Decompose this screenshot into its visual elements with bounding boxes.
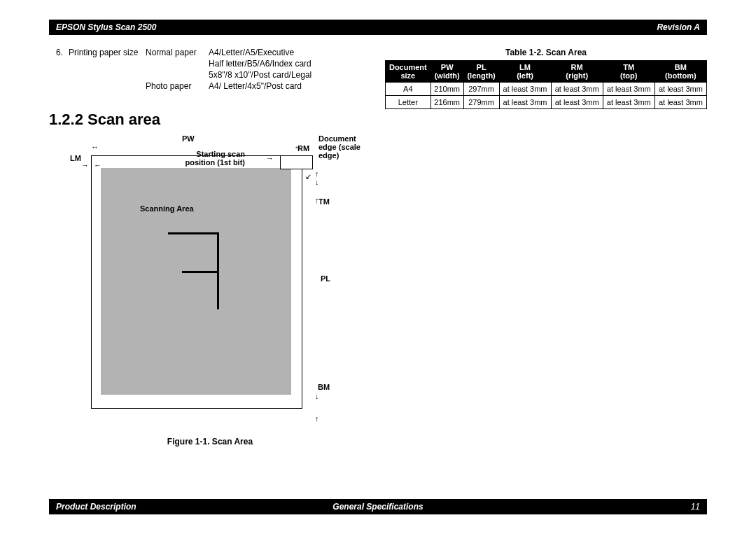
arrow-lm-icon: → bbox=[81, 161, 89, 169]
th-rm-l2: (right) bbox=[554, 71, 600, 80]
normal-paper-sizes-3: 5x8"/8 x10"/Post card/Legal bbox=[209, 70, 312, 80]
header-right: Revision A bbox=[657, 20, 700, 35]
page-content: 6. Printing paper size Normal paper A4/L… bbox=[0, 35, 756, 447]
th-pl-l1: PL bbox=[477, 63, 486, 71]
cell: at least 3mm bbox=[551, 83, 603, 96]
document-edge-box bbox=[280, 155, 313, 169]
label-pw: PW bbox=[182, 134, 195, 143]
cell: 279mm bbox=[463, 96, 499, 109]
paper-spec-block: 6. Printing paper size Normal paper A4/L… bbox=[49, 48, 371, 91]
cell: at least 3mm bbox=[603, 83, 654, 96]
th-bm-l1: BM bbox=[675, 63, 687, 71]
footer-bar: Product Description General Specificatio… bbox=[49, 499, 707, 514]
left-column: 6. Printing paper size Normal paper A4/L… bbox=[49, 48, 371, 447]
arrow-bm-up-icon: ↑ bbox=[315, 414, 319, 423]
th-docsize-l1: Document bbox=[389, 63, 427, 71]
cell: 216mm bbox=[430, 96, 463, 109]
arrow-right-icon: ↔ bbox=[294, 143, 302, 151]
label-start: Starting scan position (1st bit) bbox=[168, 150, 245, 167]
th-pw-l2: (width) bbox=[434, 71, 461, 80]
table-row: A4 210mm 297mm at least 3mm at least 3mm… bbox=[386, 83, 707, 96]
fiducial-mark-h1 bbox=[168, 232, 219, 234]
th-pl-l2: (length) bbox=[467, 71, 496, 80]
arrow-tm-down-icon: ↓ bbox=[315, 178, 319, 186]
footer-center: General Specifications bbox=[49, 499, 707, 514]
cell: at least 3mm bbox=[499, 83, 551, 96]
label-pl: PL bbox=[321, 274, 330, 283]
th-pw-l1: PW bbox=[441, 63, 454, 71]
arrow-tm-up-icon: ↑ bbox=[315, 196, 319, 204]
label-scanning-area: Scanning Area bbox=[140, 204, 194, 213]
figure-caption: Figure 1-1. Scan Area bbox=[49, 437, 371, 447]
th-tm-l2: (top) bbox=[606, 71, 652, 80]
right-column: Table 1-2. Scan Area Documentsize PW(wid… bbox=[371, 48, 707, 447]
section-heading: 1.2.2 Scan area bbox=[49, 111, 371, 129]
table-caption: Table 1-2. Scan Area bbox=[385, 48, 707, 57]
scan-area-diagram: PW LM Starting scan position (1st bit) R… bbox=[56, 134, 350, 428]
spec-number: 6. bbox=[49, 48, 69, 57]
arrow-left-icon: ↔ bbox=[91, 143, 99, 151]
th-lm-l1: LM bbox=[519, 63, 531, 71]
label-tm: TM bbox=[318, 197, 330, 206]
table-row: Letter 216mm 279mm at least 3mm at least… bbox=[386, 96, 707, 109]
cell: A4 bbox=[386, 83, 431, 96]
label-bm: BM bbox=[318, 383, 330, 391]
label-docedge: Document edge (scale edge) bbox=[318, 134, 368, 160]
cell: Letter bbox=[386, 96, 431, 109]
scan-area-table: Documentsize PW(width) PL(length) LM(lef… bbox=[385, 60, 707, 109]
th-docsize-l2: size bbox=[388, 71, 428, 80]
th-lm-l2: (left) bbox=[503, 71, 548, 80]
table-header-row: Documentsize PW(width) PL(length) LM(lef… bbox=[386, 61, 707, 83]
header-bar: EPSON Stylus Scan 2500 Revision A bbox=[49, 20, 707, 35]
arrow-pl-top-icon: ↑ bbox=[315, 169, 319, 178]
normal-paper-sizes-2: Half letter/B5/A6/Index card bbox=[209, 59, 312, 69]
th-tm-l1: TM bbox=[623, 63, 634, 71]
th-bm-l2: (bottom) bbox=[658, 71, 704, 80]
arrow-docedge-icon: ↙ bbox=[305, 172, 312, 181]
photo-paper-name: Photo paper bbox=[146, 81, 209, 91]
spec-label: Printing paper size bbox=[69, 48, 146, 57]
cell: 297mm bbox=[463, 83, 499, 96]
photo-paper-sizes: A4/ Letter/4x5"/Post card bbox=[209, 81, 302, 91]
cell: at least 3mm bbox=[603, 96, 654, 109]
normal-paper-name: Normal paper bbox=[146, 48, 209, 57]
th-rm-l1: RM bbox=[571, 63, 583, 71]
cell: at least 3mm bbox=[499, 96, 551, 109]
arrow-bm-down-icon: ↓ bbox=[315, 392, 319, 400]
fiducial-mark-h2 bbox=[182, 271, 219, 273]
scanning-area-box bbox=[101, 168, 291, 395]
header-left: EPSON Stylus Scan 2500 bbox=[56, 20, 156, 35]
normal-paper-sizes-1: A4/Letter/A5/Executive bbox=[209, 48, 294, 57]
cell: at least 3mm bbox=[654, 83, 706, 96]
cell: 210mm bbox=[430, 83, 463, 96]
label-lm: LM bbox=[70, 154, 81, 162]
cell: at least 3mm bbox=[654, 96, 706, 109]
arrow-rm-icon: → bbox=[266, 154, 274, 162]
arrow-lm2-icon: ← bbox=[94, 161, 102, 169]
cell: at least 3mm bbox=[551, 96, 603, 109]
